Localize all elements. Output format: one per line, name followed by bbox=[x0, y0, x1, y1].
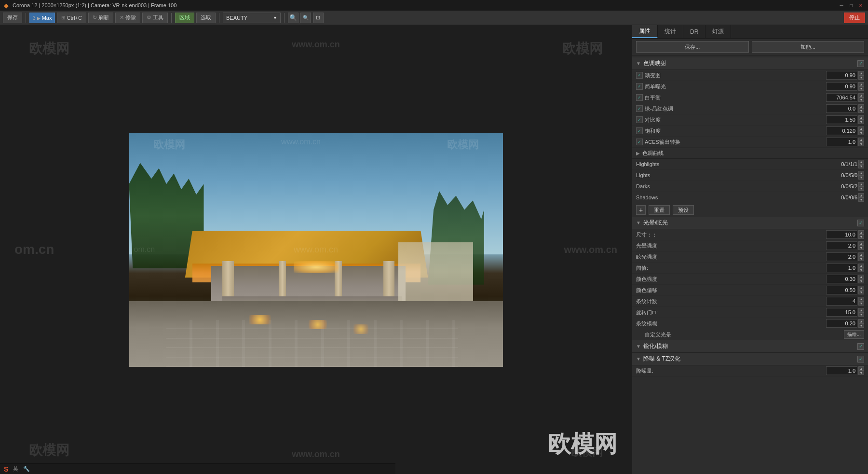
gm-spin-up[interactable]: ▲ bbox=[858, 104, 864, 109]
max-button[interactable]: 3 ▶ Max bbox=[29, 13, 55, 23]
denoising-enabled[interactable]: ✓ bbox=[857, 356, 864, 362]
denoising-section-header[interactable]: ▼ 降噪 & TZ汉化 ✓ bbox=[632, 353, 868, 365]
tools-button[interactable]: ⚙ 工具 bbox=[142, 13, 168, 23]
sharpen-enabled[interactable]: ✓ bbox=[857, 343, 864, 350]
glare-intensity-input[interactable] bbox=[826, 241, 857, 250]
panel-load-button[interactable]: 加能... bbox=[752, 41, 865, 53]
gs-spin-down[interactable]: ▼ bbox=[858, 235, 864, 239]
wb-spin-down[interactable]: ▼ bbox=[858, 98, 864, 102]
zoom-fit-button[interactable]: ⊡ bbox=[313, 13, 324, 23]
tab-lights[interactable]: 灯源 bbox=[705, 25, 731, 38]
sat-spin-up[interactable]: ▲ bbox=[858, 126, 864, 131]
refresh-button[interactable]: ↻ 刷新 bbox=[88, 13, 113, 23]
color-offset-input[interactable] bbox=[826, 286, 857, 294]
gi-spin-up[interactable]: ▲ bbox=[858, 241, 864, 246]
aces-check[interactable]: ✓ bbox=[636, 139, 643, 145]
panel-save-button[interactable]: 保存... bbox=[636, 41, 749, 53]
ci-spin-down[interactable]: ▼ bbox=[858, 279, 864, 283]
zoom-in-button[interactable]: 🔍 bbox=[288, 13, 298, 23]
zoom-out-button[interactable]: 🔍 bbox=[300, 13, 311, 23]
exposure-check[interactable]: ✓ bbox=[636, 83, 643, 90]
li-spin-down[interactable]: ▼ bbox=[858, 175, 864, 180]
custom-glare-button[interactable]: 描绘... bbox=[844, 330, 864, 339]
glare-section-header[interactable]: ▼ 光晕/眩光 ✓ bbox=[632, 217, 868, 229]
minimize-btn[interactable]: ─ bbox=[838, 2, 845, 9]
hl-spin-down[interactable]: ▼ bbox=[858, 164, 864, 168]
glare-size-input[interactable] bbox=[826, 230, 857, 239]
select-button[interactable]: 选取 bbox=[196, 13, 216, 23]
save-button[interactable]: 保存 bbox=[3, 13, 22, 23]
c2-spin-down[interactable]: ▼ bbox=[858, 120, 864, 124]
co-spin-down[interactable]: ▼ bbox=[858, 290, 864, 294]
c2-spin-up[interactable]: ▲ bbox=[858, 115, 864, 120]
curve-reset-button[interactable]: 重置 bbox=[649, 205, 670, 215]
sh-spin-up[interactable]: ▲ bbox=[858, 193, 864, 197]
dn-spin-up[interactable]: ▲ bbox=[858, 366, 864, 371]
color-mapping-section-header[interactable]: ▼ 色调映射 ✓ bbox=[632, 57, 868, 70]
greenmagenta-check[interactable]: ✓ bbox=[636, 105, 643, 112]
saturation-input[interactable] bbox=[826, 126, 857, 135]
stop-render-button[interactable]: 停止 bbox=[844, 13, 865, 23]
da-spin-down[interactable]: ▼ bbox=[858, 186, 864, 191]
aces-input[interactable] bbox=[826, 138, 857, 146]
gi-spin-down[interactable]: ▼ bbox=[858, 246, 864, 250]
si-spin-down[interactable]: ▼ bbox=[858, 257, 864, 261]
ci-spin-up[interactable]: ▲ bbox=[858, 275, 864, 279]
contrast-check[interactable]: ✓ bbox=[636, 72, 643, 79]
edit-button[interactable]: ✕ 修除 bbox=[115, 13, 140, 23]
streak-count-input[interactable] bbox=[826, 297, 857, 306]
contrast-spin-down[interactable]: ▼ bbox=[858, 75, 864, 80]
contrast2-check[interactable]: ✓ bbox=[636, 116, 643, 123]
th-spin-up[interactable]: ▲ bbox=[858, 264, 864, 268]
exposure-input[interactable] bbox=[826, 82, 857, 91]
close-btn[interactable]: ✕ bbox=[857, 2, 864, 9]
contrast-spin-up[interactable]: ▲ bbox=[858, 71, 864, 75]
maximize-btn[interactable]: □ bbox=[848, 2, 854, 9]
ro-spin-up[interactable]: ▲ bbox=[858, 308, 864, 312]
streak-blur-input[interactable] bbox=[826, 319, 857, 328]
zone-button[interactable]: 区域 bbox=[175, 13, 194, 23]
gs-spin-up[interactable]: ▲ bbox=[858, 230, 864, 235]
denoising-amount-input[interactable] bbox=[826, 366, 857, 375]
ro-spin-down[interactable]: ▼ bbox=[858, 312, 864, 317]
aces-spin-down[interactable]: ▼ bbox=[858, 142, 864, 146]
da-spin-up[interactable]: ▲ bbox=[858, 182, 864, 186]
tab-dr[interactable]: DR bbox=[683, 25, 705, 38]
streak-intensity-input[interactable] bbox=[826, 252, 857, 261]
glare-enabled[interactable]: ✓ bbox=[857, 220, 864, 226]
sb-spin-down[interactable]: ▼ bbox=[858, 323, 864, 328]
sc-spin-down[interactable]: ▼ bbox=[858, 301, 864, 306]
whitebalance-input[interactable] bbox=[826, 93, 857, 102]
gm-spin-down[interactable]: ▼ bbox=[858, 109, 864, 113]
sat-spin-down[interactable]: ▼ bbox=[858, 131, 864, 135]
custom-glare-check[interactable] bbox=[636, 331, 643, 338]
threshold-input[interactable] bbox=[826, 264, 857, 272]
sharpen-section-header[interactable]: ▼ 锐化/模糊 ✓ bbox=[632, 340, 868, 353]
sh-spin-down[interactable]: ▼ bbox=[858, 197, 864, 202]
wb-spin-up[interactable]: ▲ bbox=[858, 93, 864, 98]
exposure-spin-up[interactable]: ▲ bbox=[858, 82, 864, 86]
th-spin-down[interactable]: ▼ bbox=[858, 268, 864, 272]
sb-spin-up[interactable]: ▲ bbox=[858, 319, 864, 323]
li-spin-up[interactable]: ▲ bbox=[858, 171, 864, 175]
render-channel-dropdown[interactable]: BEAUTY ▼ bbox=[223, 13, 281, 23]
contrast2-input[interactable] bbox=[826, 115, 857, 124]
sc-spin-up[interactable]: ▲ bbox=[858, 297, 864, 301]
si-spin-up[interactable]: ▲ bbox=[858, 252, 864, 257]
tab-properties[interactable]: 属性 bbox=[632, 25, 658, 38]
co-spin-up[interactable]: ▲ bbox=[858, 286, 864, 290]
ctrlc-button[interactable]: ⊞ Ctrl+C bbox=[57, 13, 86, 23]
curve-add-button[interactable]: + bbox=[636, 205, 646, 215]
exposure-spin-down[interactable]: ▼ bbox=[858, 86, 864, 91]
titlebar-controls[interactable]: ─ □ ✕ bbox=[838, 2, 864, 9]
tab-stats[interactable]: 统计 bbox=[658, 25, 683, 38]
rotation-input[interactable] bbox=[826, 308, 857, 317]
color-intensity-input[interactable] bbox=[826, 275, 857, 283]
greenmagenta-input[interactable] bbox=[826, 104, 857, 113]
whitebalance-check[interactable]: ✓ bbox=[636, 94, 643, 101]
curve-preset-button[interactable]: 预设 bbox=[673, 205, 694, 215]
color-curve-header[interactable]: ▶ 色调曲线 bbox=[632, 148, 868, 159]
dn-spin-down[interactable]: ▼ bbox=[858, 371, 864, 375]
hl-spin-up[interactable]: ▲ bbox=[858, 160, 864, 164]
color-mapping-enabled[interactable]: ✓ bbox=[857, 60, 864, 67]
